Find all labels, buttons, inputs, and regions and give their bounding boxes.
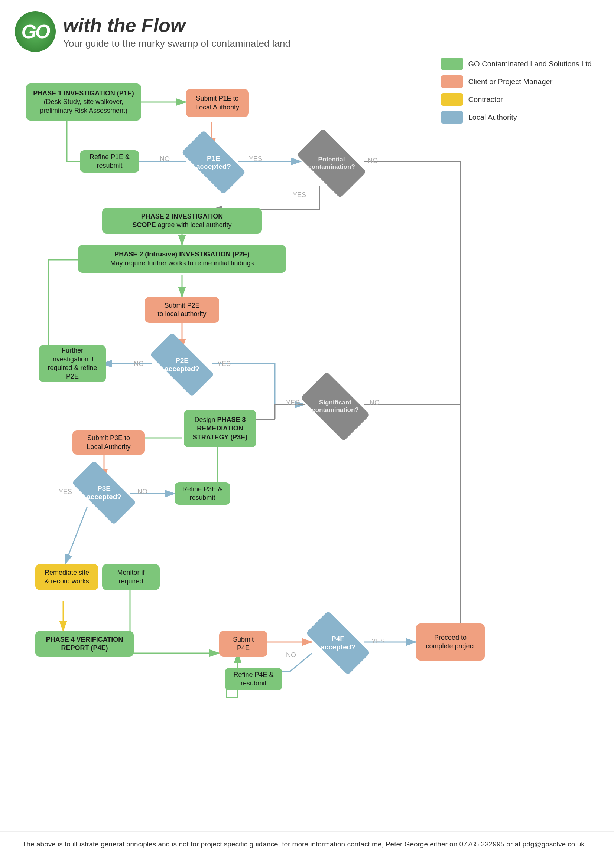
phase2-invest-label: PHASE 2 (Intrusive) INVESTIGATION (P2E) … [110,250,254,268]
sigcont-yes-label: YES [286,399,299,407]
subtitle: Your guide to the murky swamp of contami… [63,38,291,50]
p4e-no-label: NO [286,651,296,659]
further-invest-node: Furtherinvestigation ifrequired & refine… [39,345,106,382]
sigcont-no-label: NO [370,399,379,407]
submit-p1e-label: Submit P1E toLocal Authority [195,94,239,112]
p2e-diamond-shape [150,333,214,397]
p1e-no-label: NO [160,155,170,163]
footer-text: The above is to illustrate general princ… [22,840,584,848]
potential-cont-diamond: Potentialcontamination? [301,145,362,182]
refine-p1e-node: Refine P1E &resubmit [80,150,139,172]
refine-p1e-label: Refine P1E &resubmit [90,153,130,170]
p1e-diamond-shape [181,130,246,194]
submit-p2e-node: Submit P2Eto local authority [145,297,219,323]
proceed-label: Proceed tocomplete project [426,634,475,651]
p3e-no-label: NO [137,488,148,496]
potential-cont-shape [297,129,366,198]
remediate-node: Remediate site& record works [35,564,98,590]
phase4-node: PHASE 4 VERIFICATIONREPORT (P4E) [35,631,134,657]
monitor-node: Monitor ifrequired [102,564,160,590]
phase4-label: PHASE 4 VERIFICATIONREPORT (P4E) [46,636,123,653]
p1e-accepted-diamond: P1Eaccepted? [184,147,243,178]
remediate-label: Remediate site& record works [45,569,89,586]
logo-text: GO [22,20,50,43]
p2e-accepted-diamond: P2Eaccepted? [152,349,212,380]
p1e-yes-label: YES [249,155,262,163]
svg-line-21 [65,507,87,564]
submit-p2e-label: Submit P2Eto local authority [157,301,206,319]
design-p3e-node: Design PHASE 3REMEDIATIONSTRATEGY (P3E) [184,410,256,447]
submit-p3e-label: Submit P3E toLocal Authority [87,434,131,451]
header-text: with the Flow Your guide to the murky sw… [63,14,291,50]
proceed-node: Proceed tocomplete project [416,623,485,660]
flowchart: PHASE 1 INVESTIGATION (P1E) (Desk Study,… [15,63,594,824]
monitor-label: Monitor ifrequired [117,569,145,586]
footer: The above is to illustrate general princ… [0,831,614,857]
main-title: with the Flow [63,14,291,36]
refine-p3e-label: Refine P3E &resubmit [182,485,222,502]
refine-p4e-node: Refine P4E &resubmit [225,668,282,690]
submit-p1e-node: Submit P1E toLocal Authority [186,89,249,117]
further-invest-label: Furtherinvestigation ifrequired & refine… [48,346,97,381]
potcont-yes-label: YES [293,191,306,199]
p4e-yes-label: YES [372,637,385,645]
design-p3e-label: Design PHASE 3REMEDIATIONSTRATEGY (P3E) [193,415,247,442]
phase2-invest-node: PHASE 2 (Intrusive) INVESTIGATION (P2E) … [78,245,286,273]
p2e-no-label: NO [134,360,144,368]
p3e-accepted-diamond: P3Eaccepted? [74,477,134,508]
sig-cont-shape [300,372,370,441]
refine-p4e-label: Refine P4E &resubmit [233,671,274,688]
phase1-node: PHASE 1 INVESTIGATION (P1E) (Desk Study,… [26,84,141,121]
p4e-accepted-diamond: P4Eaccepted? [308,627,368,659]
submit-p3e-node: Submit P3E toLocal Authority [72,431,145,454]
potcont-no-label: NO [368,157,378,165]
p3e-yes-label: YES [59,488,72,496]
phase1-label: PHASE 1 INVESTIGATION (P1E) (Desk Study,… [33,89,134,115]
submit-p4e-label: SubmitP4E [233,636,254,653]
p4e-diamond-shape [306,611,370,675]
p3e-diamond-shape [72,460,136,525]
logo: GO [15,11,56,52]
phase2-scope-label: PHASE 2 INVESTIGATIONSCOPE agree with lo… [132,212,232,230]
refine-p3e-node: Refine P3E &resubmit [174,482,230,505]
submit-p4e-node: SubmitP4E [219,631,267,657]
p2e-yes-label: YES [217,360,231,368]
header: GO with the Flow Your guide to the murky… [0,0,614,56]
phase2-scope-node: PHASE 2 INVESTIGATIONSCOPE agree with lo… [102,208,262,234]
sig-cont-diamond: Significantcontamination? [305,388,366,425]
